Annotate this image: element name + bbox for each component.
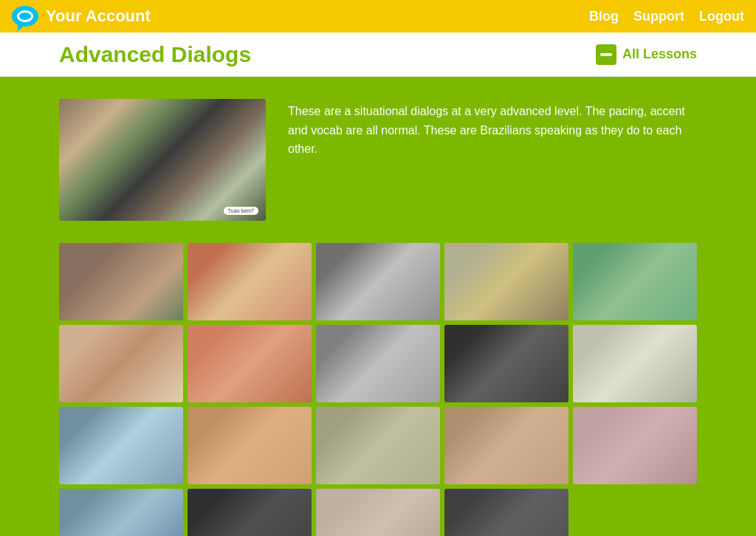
thumbnail-1[interactable] [59, 243, 183, 320]
thumbnail-14[interactable] [444, 407, 568, 484]
header: Your Account Blog Support Logout [0, 0, 756, 32]
thumbnail-4[interactable] [444, 243, 568, 320]
thumbnail-15[interactable] [573, 407, 697, 484]
featured-image[interactable]: Tudo bem? [59, 99, 266, 221]
bottom-thumbnail-row [59, 489, 697, 536]
thumbnail-19[interactable] [444, 489, 568, 536]
logo-icon-inner [17, 10, 33, 22]
thumbnail-12[interactable] [188, 407, 312, 484]
thumbnail-17[interactable] [188, 489, 312, 536]
logo-icon [12, 6, 38, 27]
minus-icon [596, 44, 616, 65]
thumbnail-3[interactable] [316, 243, 440, 320]
header-left: Your Account [12, 6, 151, 27]
thumbnail-8[interactable] [316, 325, 440, 402]
nav-logout[interactable]: Logout [699, 9, 744, 24]
sub-header: Advanced Dialogs All Lessons [0, 32, 756, 77]
thumbnail-5[interactable] [573, 243, 697, 320]
thumbnail-18[interactable] [316, 489, 440, 536]
featured-section: Tudo bem? These are a situational dialog… [59, 99, 697, 221]
page-title: Advanced Dialogs [59, 42, 251, 67]
thumbnail-13[interactable] [316, 407, 440, 484]
thumbnail-grid [59, 243, 697, 484]
nav-blog[interactable]: Blog [589, 9, 619, 24]
nav-support[interactable]: Support [633, 9, 684, 24]
featured-description: These are a situational dialogs at a ver… [288, 99, 697, 159]
thumbnail-2[interactable] [188, 243, 312, 320]
header-nav: Blog Support Logout [589, 9, 744, 24]
main-content: Tudo bem? These are a situational dialog… [0, 77, 756, 536]
thumbnail-16[interactable] [59, 489, 183, 536]
all-lessons-label: All Lessons [622, 47, 697, 62]
all-lessons-button[interactable]: All Lessons [596, 44, 697, 65]
thumbnail-6[interactable] [59, 325, 183, 402]
thumbnail-10[interactable] [573, 325, 697, 402]
featured-speech-bubble: Tudo bem? [224, 207, 258, 215]
thumbnail-11[interactable] [59, 407, 183, 484]
featured-image-inner: Tudo bem? [59, 99, 266, 221]
thumbnail-7[interactable] [188, 325, 312, 402]
minus-line [600, 53, 612, 56]
thumbnail-9[interactable] [444, 325, 568, 402]
header-title: Your Account [46, 7, 151, 26]
